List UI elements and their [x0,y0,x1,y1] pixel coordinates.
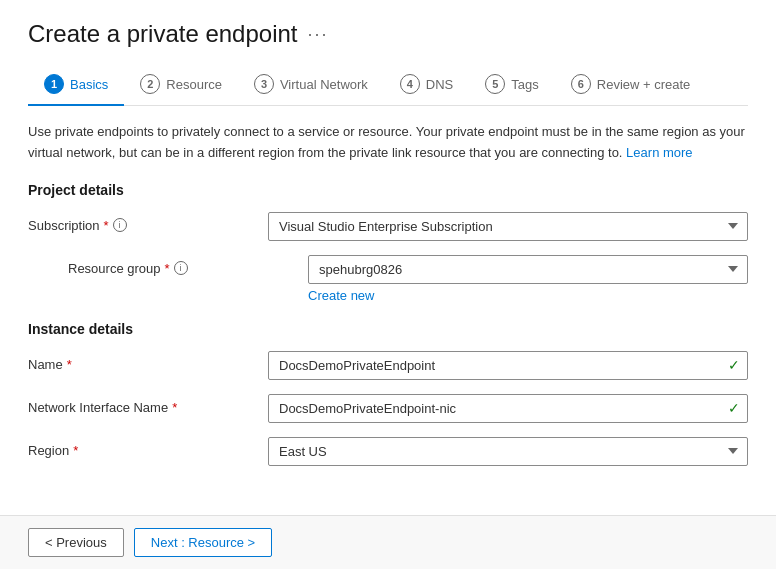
tab-virtual-network-number: 3 [254,74,274,94]
subscription-info-icon[interactable]: i [113,218,127,232]
instance-details-section: Instance details Name * ✓ Network Interf… [28,321,748,466]
name-row: Name * ✓ [28,351,748,380]
name-input-wrapper: ✓ [268,351,748,380]
tab-dns-label: DNS [426,77,453,92]
tab-resource-number: 2 [140,74,160,94]
subscription-required: * [104,218,109,233]
resource-group-row: Resource group * i spehubrg0826 Create n… [28,255,748,303]
subscription-row: Subscription * i Visual Studio Enterpris… [28,212,748,241]
nic-name-control: ✓ [268,394,748,423]
tab-review-create-label: Review + create [597,77,691,92]
footer: < Previous Next : Resource > [0,515,776,569]
nic-name-input-wrapper: ✓ [268,394,748,423]
tab-basics[interactable]: 1 Basics [28,66,124,106]
tab-tags[interactable]: 5 Tags [469,66,554,106]
page-title-dots: ··· [308,24,329,45]
resource-group-control: spehubrg0826 Create new [308,255,748,303]
resource-group-select[interactable]: spehubrg0826 [308,255,748,284]
region-required: * [73,443,78,458]
region-control: East US [268,437,748,466]
resource-group-select-wrapper: spehubrg0826 [308,255,748,284]
previous-button[interactable]: < Previous [28,528,124,557]
learn-more-link[interactable]: Learn more [626,145,692,160]
tab-dns-number: 4 [400,74,420,94]
next-button[interactable]: Next : Resource > [134,528,272,557]
description-text: Use private endpoints to privately conne… [28,122,748,164]
region-select-wrapper: East US [268,437,748,466]
region-label: Region * [28,437,268,458]
name-check-icon: ✓ [728,357,740,373]
nic-name-label: Network Interface Name * [28,394,268,415]
subscription-select[interactable]: Visual Studio Enterprise Subscription [268,212,748,241]
resource-group-info-icon[interactable]: i [174,261,188,275]
region-select[interactable]: East US [268,437,748,466]
nic-name-check-icon: ✓ [728,400,740,416]
resource-group-required: * [165,261,170,276]
tab-basics-number: 1 [44,74,64,94]
create-new-link[interactable]: Create new [308,288,374,303]
tab-dns[interactable]: 4 DNS [384,66,469,106]
nic-name-required: * [172,400,177,415]
tab-review-create-number: 6 [571,74,591,94]
tab-virtual-network[interactable]: 3 Virtual Network [238,66,384,106]
region-row: Region * East US [28,437,748,466]
page-title: Create a private endpoint [28,20,298,48]
tab-tags-label: Tags [511,77,538,92]
tab-resource[interactable]: 2 Resource [124,66,238,106]
tab-resource-label: Resource [166,77,222,92]
subscription-select-wrapper: Visual Studio Enterprise Subscription [268,212,748,241]
name-control: ✓ [268,351,748,380]
subscription-label: Subscription * i [28,212,268,233]
nic-name-input[interactable] [268,394,748,423]
resource-group-label: Resource group * i [68,255,308,276]
tab-review-create[interactable]: 6 Review + create [555,66,707,106]
tab-virtual-network-label: Virtual Network [280,77,368,92]
instance-details-header: Instance details [28,321,748,337]
nic-name-row: Network Interface Name * ✓ [28,394,748,423]
name-input[interactable] [268,351,748,380]
name-required: * [67,357,72,372]
name-label: Name * [28,351,268,372]
tab-tags-number: 5 [485,74,505,94]
tab-bar: 1 Basics 2 Resource 3 Virtual Network 4 … [28,66,748,106]
tab-basics-label: Basics [70,77,108,92]
project-details-header: Project details [28,182,748,198]
subscription-control: Visual Studio Enterprise Subscription [268,212,748,241]
page-title-container: Create a private endpoint ··· [28,20,748,48]
